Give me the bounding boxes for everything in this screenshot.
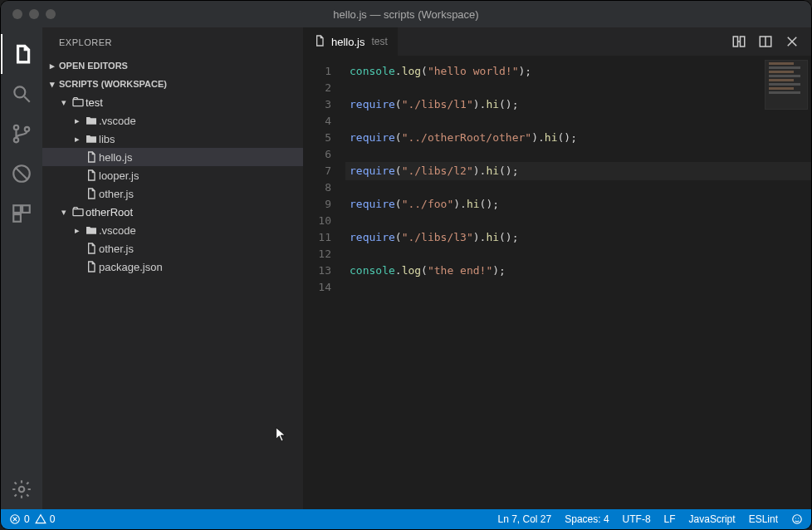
- svg-point-3: [14, 138, 18, 142]
- status-eol[interactable]: LF: [664, 513, 676, 525]
- tree-item-label: libs: [99, 133, 115, 145]
- file-icon: [84, 150, 99, 164]
- explorer-activity[interactable]: [1, 34, 42, 74]
- minimize-window-button[interactable]: [29, 9, 39, 19]
- branch-icon: [11, 123, 32, 145]
- sidebar: EXPLORER ▸ OPEN EDITORS ▾ SCRIPTS (WORKS…: [42, 27, 303, 509]
- chevron-down-icon: ▾: [46, 79, 59, 90]
- status-language[interactable]: JavaScript: [689, 513, 736, 525]
- chevron-down-icon: ▾: [57, 207, 71, 218]
- file-icon: [84, 260, 99, 273]
- folder-icon: [84, 132, 99, 145]
- tree-item-label: other.js: [99, 243, 134, 255]
- svg-point-19: [793, 515, 802, 524]
- status-encoding[interactable]: UTF-8: [623, 513, 651, 525]
- tab-filename: hello.js: [331, 36, 364, 48]
- split-diff-icon: [731, 34, 746, 49]
- file-icon: [313, 34, 326, 50]
- editor-tab[interactable]: hello.js test: [303, 27, 398, 56]
- tree-file[interactable]: other.js: [42, 184, 303, 203]
- status-feedback[interactable]: [791, 513, 803, 525]
- svg-rect-8: [13, 214, 21, 222]
- title-bar: hello.js — scripts (Workspace): [1, 1, 811, 27]
- svg-rect-12: [733, 37, 737, 47]
- split-editor-button[interactable]: [758, 34, 773, 49]
- tree-item-label: .vscode: [99, 115, 136, 127]
- file-icon: [84, 242, 99, 255]
- svg-line-1: [24, 96, 30, 102]
- status-errors[interactable]: 0: [9, 513, 30, 525]
- root-folder-icon: [71, 96, 86, 109]
- chevron-right-icon: ▸: [46, 61, 59, 71]
- line-gutter: 1234567891011121314: [303, 56, 346, 509]
- tree-item-label: test: [86, 96, 103, 109]
- svg-rect-11: [73, 209, 83, 216]
- svg-rect-13: [741, 37, 745, 47]
- chevron-right-icon: ▸: [71, 225, 84, 236]
- close-icon: [785, 34, 800, 49]
- folder-icon: [84, 114, 99, 127]
- file-tree: ▾ test ▸ .vscode ▸ libs hello.js: [42, 93, 303, 509]
- svg-point-2: [14, 125, 18, 130]
- search-icon: [11, 83, 32, 105]
- close-window-button[interactable]: [12, 9, 22, 19]
- extensions-icon: [11, 203, 32, 224]
- extensions-activity[interactable]: [1, 194, 42, 233]
- tree-item-label: hello.js: [99, 151, 132, 164]
- open-editors-label: OPEN EDITORS: [59, 61, 128, 71]
- tree-folder[interactable]: ▸ .vscode: [42, 221, 303, 239]
- chevron-right-icon: ▸: [71, 134, 84, 145]
- error-count: 0: [24, 513, 30, 525]
- status-cursor[interactable]: Ln 7, Col 27: [498, 513, 552, 525]
- split-icon: [758, 34, 773, 49]
- tree-folder-root[interactable]: ▾ test: [42, 93, 303, 111]
- svg-rect-10: [73, 100, 83, 106]
- svg-point-0: [14, 86, 25, 97]
- status-linter[interactable]: ESLint: [749, 513, 778, 525]
- tree-item-label: .vscode: [99, 224, 136, 237]
- status-warnings[interactable]: 0: [35, 513, 56, 525]
- smiley-icon: [791, 513, 803, 525]
- settings-activity[interactable]: [1, 469, 42, 509]
- tree-file[interactable]: hello.js: [42, 148, 303, 166]
- tree-folder[interactable]: ▸ libs: [42, 130, 303, 148]
- error-icon: [9, 513, 21, 525]
- debug-activity[interactable]: [1, 154, 42, 194]
- open-editors-section[interactable]: ▸ OPEN EDITORS: [42, 56, 303, 75]
- tab-desc: test: [371, 36, 387, 47]
- files-icon: [12, 43, 33, 65]
- more-actions-button[interactable]: [785, 34, 800, 49]
- file-icon: [84, 169, 99, 182]
- maximize-window-button[interactable]: [46, 9, 56, 19]
- search-activity[interactable]: [1, 74, 42, 114]
- tree-file[interactable]: package.json: [42, 258, 303, 276]
- status-indent[interactable]: Spaces: 4: [565, 513, 609, 525]
- svg-rect-7: [22, 205, 30, 213]
- window-controls: [12, 9, 56, 19]
- gear-icon: [11, 478, 32, 500]
- tree-file[interactable]: other.js: [42, 239, 303, 258]
- compare-changes-button[interactable]: [731, 34, 746, 49]
- workspace-section[interactable]: ▾ SCRIPTS (WORKSPACE): [42, 75, 303, 93]
- tree-item-label: otherRoot: [86, 206, 133, 218]
- tree-item-label: package.json: [99, 261, 163, 273]
- tree-folder-root[interactable]: ▾ otherRoot: [42, 203, 303, 221]
- code-content[interactable]: console.log("hello world!");require("./l…: [346, 56, 811, 509]
- root-folder-icon: [71, 205, 86, 218]
- svg-point-4: [25, 127, 29, 131]
- sidebar-title: EXPLORER: [42, 27, 303, 56]
- chevron-right-icon: ▸: [71, 115, 84, 126]
- svg-point-20: [795, 518, 796, 518]
- svg-point-21: [798, 518, 799, 518]
- file-icon: [84, 187, 99, 200]
- tree-folder[interactable]: ▸ .vscode: [42, 111, 303, 130]
- tree-file[interactable]: looper.js: [42, 166, 303, 184]
- tree-item-label: other.js: [99, 188, 134, 200]
- scm-activity[interactable]: [1, 114, 42, 154]
- code-area[interactable]: 1234567891011121314 console.log("hello w…: [303, 56, 811, 509]
- minimap[interactable]: [765, 60, 808, 110]
- svg-point-9: [19, 487, 25, 493]
- svg-rect-6: [13, 205, 21, 213]
- tab-bar: hello.js test: [303, 27, 811, 56]
- status-bar: 0 0 Ln 7, Col 27 Spaces: 4 UTF-8 LF Java…: [1, 509, 811, 529]
